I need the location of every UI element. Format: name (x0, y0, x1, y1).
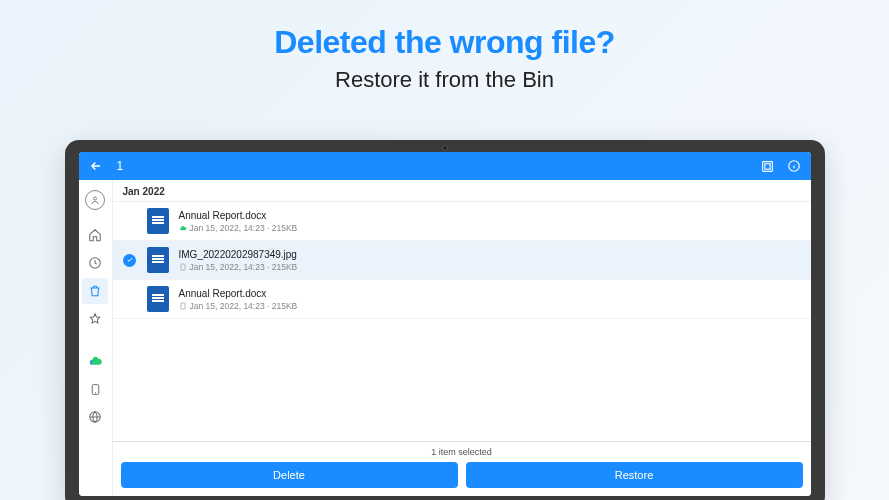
svg-rect-7 (181, 264, 185, 270)
section-header: Jan 2022 (113, 180, 811, 202)
svg-point-3 (94, 197, 97, 200)
restore-button[interactable]: Restore (466, 462, 803, 488)
file-meta-text: Jan 15, 2022, 14:23 · 215KB (190, 301, 298, 311)
svg-rect-1 (765, 163, 770, 168)
action-bar: 1 item selected Delete Restore (113, 441, 811, 496)
file-name: IMG_20220202987349.jpg (179, 248, 801, 261)
file-row[interactable]: IMG_20220202987349.jpgJan 15, 2022, 14:2… (113, 241, 811, 280)
document-icon (147, 208, 169, 234)
top-bar: 1 (79, 152, 811, 180)
sidebar-network[interactable] (82, 404, 108, 430)
hero-subtitle: Restore it from the Bin (0, 67, 889, 93)
back-icon[interactable] (89, 159, 103, 173)
sidebar-recent[interactable] (82, 250, 108, 276)
check-icon[interactable] (123, 214, 137, 228)
file-row[interactable]: Annual Report.docxJan 15, 2022, 14:23 · … (113, 280, 811, 319)
check-icon[interactable] (123, 292, 137, 306)
device-icon (179, 263, 187, 271)
file-name: Annual Report.docx (179, 209, 801, 222)
file-info: IMG_20220202987349.jpgJan 15, 2022, 14:2… (179, 248, 801, 272)
tablet-frame: 1 (65, 140, 825, 500)
file-info: Annual Report.docxJan 15, 2022, 14:23 · … (179, 209, 801, 233)
sidebar-trash[interactable] (82, 278, 108, 304)
main-panel: Jan 2022 Annual Report.docxJan 15, 2022,… (113, 180, 811, 496)
file-meta: Jan 15, 2022, 14:23 · 215KB (179, 262, 801, 272)
file-meta: Jan 15, 2022, 14:23 · 215KB (179, 223, 801, 233)
select-all-icon[interactable] (761, 159, 775, 173)
avatar-icon[interactable] (85, 190, 105, 210)
document-icon (147, 247, 169, 273)
file-name: Annual Report.docx (179, 287, 801, 300)
sidebar-favorites[interactable] (82, 306, 108, 332)
file-meta: Jan 15, 2022, 14:23 · 215KB (179, 301, 801, 311)
delete-button[interactable]: Delete (121, 462, 458, 488)
file-info: Annual Report.docxJan 15, 2022, 14:23 · … (179, 287, 801, 311)
hero-section: Deleted the wrong file? Restore it from … (0, 0, 889, 93)
selection-count-title: 1 (117, 159, 124, 173)
svg-rect-8 (181, 303, 185, 309)
file-meta-text: Jan 15, 2022, 14:23 · 215KB (190, 262, 298, 272)
info-icon[interactable] (787, 159, 801, 173)
svg-rect-0 (763, 161, 773, 171)
sidebar-home[interactable] (82, 222, 108, 248)
hero-title: Deleted the wrong file? (0, 24, 889, 61)
file-meta-text: Jan 15, 2022, 14:23 · 215KB (190, 223, 298, 233)
sidebar-cloud[interactable] (82, 348, 108, 374)
sidebar-device[interactable] (82, 376, 108, 402)
selection-count-label: 1 item selected (121, 447, 803, 457)
check-icon[interactable] (123, 253, 137, 267)
document-icon (147, 286, 169, 312)
file-row[interactable]: Annual Report.docxJan 15, 2022, 14:23 · … (113, 202, 811, 241)
sidebar (79, 180, 113, 496)
camera-dot-icon (442, 145, 448, 151)
file-list: Annual Report.docxJan 15, 2022, 14:23 · … (113, 202, 811, 441)
app-screen: 1 (79, 152, 811, 496)
device-icon (179, 302, 187, 310)
cloud-icon (179, 224, 187, 232)
